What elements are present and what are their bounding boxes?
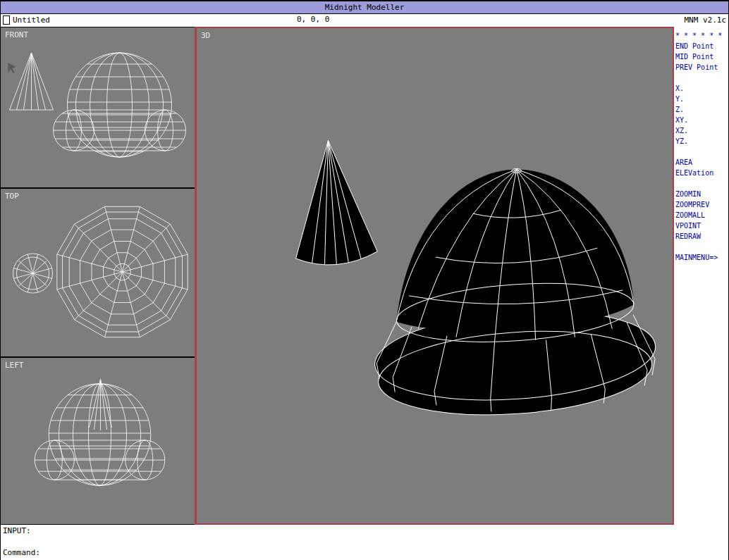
menu-item-stars[interactable]: * * * * * *: [674, 30, 728, 41]
hat-top-wireframe: [57, 206, 188, 337]
menu-spacer: [674, 242, 728, 252]
menu-item-vpoint[interactable]: VPOINT: [674, 220, 728, 231]
viewport-front-label: FRONT: [5, 30, 28, 39]
current-filename: Untitled: [13, 15, 50, 25]
console-area: INPUT: Command:: [1, 525, 728, 560]
hat-front-wireframe: [54, 53, 186, 157]
front-view-wireframe: [1, 27, 195, 187]
cone-front-wireframe: [10, 53, 54, 110]
viewport-top[interactable]: TOP: [1, 189, 195, 358]
menu-item-redraw[interactable]: REDRAW: [674, 231, 728, 242]
menu-item-xy[interactable]: XY.: [674, 115, 728, 125]
menu-spacer: [674, 178, 728, 189]
input-label: INPUT:: [3, 526, 31, 535]
app-window: Midnight Modeller Untitled 0, 0, 0 MNM v…: [0, 0, 729, 560]
menu-item-area[interactable]: AREA: [674, 157, 728, 168]
top-view-wireframe: [1, 189, 195, 356]
viewport-left-label: LEFT: [5, 361, 24, 370]
menu-item-zoomprev[interactable]: ZOOMPREV: [674, 199, 728, 210]
menu-item-mid-point[interactable]: MID Point: [674, 51, 728, 62]
coordinate-readout: 0, 0, 0: [297, 15, 329, 24]
viewport-top-label: TOP: [5, 192, 19, 201]
menu-item-y[interactable]: Y.: [674, 94, 728, 104]
mouse-cursor: [8, 63, 16, 73]
cone-3d-solid: [296, 141, 378, 265]
menu-item-xz[interactable]: XZ.: [674, 125, 728, 136]
menu-item-zoomall[interactable]: ZOOMALL: [674, 210, 728, 220]
menu-item-prev-point[interactable]: PREV Point: [674, 62, 728, 73]
menu-item-z[interactable]: Z.: [674, 104, 728, 115]
window-title: Midnight Modeller: [325, 3, 405, 12]
left-view-wireframe: [1, 358, 195, 524]
viewport-front[interactable]: FRONT: [1, 27, 195, 189]
menu-item-elevation[interactable]: ELEVation: [674, 168, 728, 178]
menu-item-mainmenu[interactable]: MAINMENU=>: [674, 252, 728, 263]
viewport-3d[interactable]: 3D: [195, 27, 674, 525]
viewport-3d-label: 3D: [201, 31, 210, 40]
hat-3d-solid: [372, 168, 658, 423]
command-prompt[interactable]: Command:: [3, 548, 40, 557]
menu-item-end-point[interactable]: END Point: [674, 41, 728, 51]
cone-left-wireframe: [89, 380, 111, 430]
3d-render: [197, 28, 673, 523]
side-menu: * * * * * * END Point MID Point PREV Poi…: [674, 27, 728, 525]
menu-item-x[interactable]: X.: [674, 83, 728, 94]
status-bar: Untitled 0, 0, 0 MNM v2.1c: [1, 14, 728, 27]
menu-item-zoomin[interactable]: ZOOMIN: [674, 189, 728, 199]
cone-top-wireframe: [13, 254, 53, 293]
window-menu-box[interactable]: [3, 15, 10, 25]
app-version: MNM v2.1c: [684, 15, 726, 25]
menu-item-yz[interactable]: YZ.: [674, 136, 728, 147]
hat-left-wireframe: [35, 384, 165, 486]
workspace: FRONT: [1, 27, 728, 525]
ortho-viewports-column: FRONT: [1, 27, 195, 525]
viewport-left[interactable]: LEFT: [1, 358, 195, 525]
title-bar[interactable]: Midnight Modeller: [1, 0, 728, 14]
menu-spacer: [674, 147, 728, 157]
menu-spacer: [674, 73, 728, 83]
